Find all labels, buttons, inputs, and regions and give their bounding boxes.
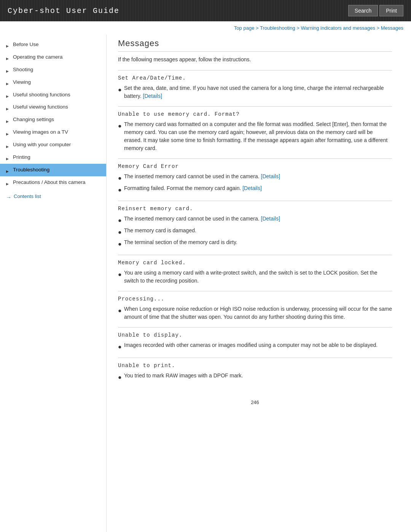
- arrow-icon: [6, 55, 11, 59]
- sidebar-item-useful-viewing[interactable]: Useful viewing functions: [0, 101, 106, 113]
- bullet-text: Formatting failed. Format the memory car…: [124, 184, 392, 192]
- search-button[interactable]: Search: [348, 5, 378, 16]
- section-heading: Memory card locked.: [118, 255, 392, 269]
- breadcrumb-troubleshooting[interactable]: Troubleshooting: [260, 25, 295, 31]
- section-body: ● Images recorded with other cameras or …: [118, 341, 392, 358]
- bullet-text: The inserted memory card cannot be used …: [124, 173, 392, 181]
- sidebar-item-viewing[interactable]: Viewing: [0, 76, 106, 89]
- sidebar-item-printing[interactable]: Printing: [0, 151, 106, 164]
- details-link[interactable]: [Details]: [143, 93, 162, 99]
- header: Cyber-shot User Guide Search Print: [0, 0, 411, 21]
- sidebar-label: Precautions / About this camera: [13, 179, 86, 186]
- bullet-item: ● The inserted memory card cannot be use…: [118, 173, 392, 183]
- arrow-icon: [6, 130, 11, 135]
- section-body: ● The inserted memory card cannot be use…: [118, 173, 392, 201]
- section-unable-print: Unable to print. ● You tried to mark RAW…: [118, 358, 392, 388]
- page-title: Messages: [118, 38, 392, 52]
- sidebar-item-useful-shooting[interactable]: Useful shooting functions: [0, 89, 106, 101]
- sidebar-label: Troubleshooting: [13, 166, 49, 174]
- arrow-icon: [6, 93, 11, 97]
- arrow-icon: [6, 118, 11, 122]
- arrow-icon: [6, 42, 11, 47]
- sidebar-label: Using with your computer: [13, 141, 71, 149]
- sidebar-item-precautions[interactable]: Precautions / About this camera: [0, 176, 106, 189]
- bullet-dot: ●: [118, 174, 124, 183]
- bullet-dot: ●: [118, 85, 124, 94]
- section-processing: Processing... ● When Long exposure noise…: [118, 291, 392, 327]
- bullet-item: ● You are using a memory card with a wri…: [118, 269, 392, 285]
- intro-text: If the following messages appear, follow…: [118, 56, 392, 62]
- bullet-item: ● The terminal section of the memory car…: [118, 238, 392, 249]
- details-link[interactable]: [Details]: [242, 185, 262, 191]
- section-heading: Unable to use memory card. Format?: [118, 106, 392, 120]
- bullet-dot: ●: [118, 185, 124, 195]
- section-unable-format: Unable to use memory card. Format? ● The…: [118, 106, 392, 158]
- bullet-dot: ●: [118, 228, 124, 237]
- contents-list-link[interactable]: Contents list: [0, 190, 106, 202]
- bullet-item: ● You tried to mark RAW images with a DP…: [118, 372, 392, 382]
- section-body: ● The memory card was formatted on a com…: [118, 120, 392, 158]
- bullet-text: The memory card was formatted on a compu…: [124, 120, 392, 152]
- sidebar-item-before-use[interactable]: Before Use: [0, 38, 106, 51]
- bullet-dot: ●: [118, 270, 124, 279]
- sidebar-item-viewing-tv[interactable]: Viewing images on a TV: [0, 126, 106, 139]
- bullet-item: ● The inserted memory card cannot be use…: [118, 215, 392, 225]
- breadcrumb-sep2: >: [296, 25, 301, 31]
- sidebar-item-troubleshooting[interactable]: Troubleshooting: [0, 164, 106, 176]
- page-number: 246: [118, 396, 392, 405]
- details-link[interactable]: [Details]: [261, 173, 280, 179]
- bullet-dot: ●: [118, 216, 124, 225]
- breadcrumb: Top page > Troubleshooting > Warning ind…: [0, 21, 411, 35]
- arrow-icon: [6, 155, 11, 160]
- arrow-icon: [6, 168, 11, 172]
- sidebar: Before Use Operating the camera Shooting…: [0, 35, 107, 532]
- section-heading: Unable to print.: [118, 358, 392, 372]
- sidebar-item-shooting[interactable]: Shooting: [0, 64, 106, 76]
- sidebar-item-changing-settings[interactable]: Changing settings: [0, 113, 106, 126]
- section-locked: Memory card locked. ● You are using a me…: [118, 255, 392, 291]
- bullet-text: The terminal section of the memory card …: [124, 238, 392, 246]
- arrow-icon: [6, 180, 11, 185]
- bullet-item: ● Images recorded with other cameras or …: [118, 341, 392, 351]
- details-link[interactable]: [Details]: [261, 216, 280, 222]
- arrow-icon: [6, 105, 11, 110]
- section-body: ● Set the area, date, and time. If you h…: [118, 84, 392, 106]
- sidebar-label: Useful viewing functions: [13, 104, 68, 111]
- section-body: ● When Long exposure noise reduction or …: [118, 305, 392, 327]
- main-content: Messages If the following messages appea…: [107, 35, 403, 532]
- contents-link-label: Contents list: [14, 193, 41, 199]
- sidebar-label: Operating the camera: [13, 54, 63, 61]
- bullet-item: ● Formatting failed. Format the memory c…: [118, 184, 392, 195]
- bullet-item: ● The memory card is damaged.: [118, 227, 392, 237]
- breadcrumb-sep3: >: [377, 25, 381, 31]
- bullet-dot: ●: [118, 373, 124, 382]
- section-body: ● You tried to mark RAW images with a DP…: [118, 372, 392, 388]
- sidebar-label: Useful shooting functions: [13, 91, 70, 99]
- arrow-icon: [6, 67, 11, 72]
- breadcrumb-top[interactable]: Top page: [234, 25, 255, 31]
- sidebar-label: Printing: [13, 154, 30, 161]
- sidebar-label: Viewing images on a TV: [13, 129, 68, 136]
- section-unable-display: Unable to display. ● Images recorded wit…: [118, 327, 392, 358]
- bullet-text: You tried to mark RAW images with a DPOF…: [124, 372, 392, 380]
- section-body: ● You are using a memory card with a wri…: [118, 269, 392, 291]
- bullet-text: When Long exposure noise reduction or Hi…: [124, 305, 392, 321]
- bullet-text: Images recorded with other cameras or im…: [124, 341, 392, 349]
- sidebar-item-computer[interactable]: Using with your computer: [0, 139, 106, 151]
- section-heading: Unable to display.: [118, 327, 392, 341]
- header-buttons: Search Print: [348, 5, 403, 16]
- section-reinsert: Reinsert memory card. ● The inserted mem…: [118, 201, 392, 255]
- arrow-right-icon: [6, 194, 12, 198]
- sidebar-item-operating[interactable]: Operating the camera: [0, 51, 106, 64]
- breadcrumb-messages[interactable]: Messages: [381, 25, 403, 31]
- bullet-item: ● Set the area, date, and time. If you h…: [118, 84, 392, 100]
- section-heading: Memory Card Error: [118, 158, 392, 173]
- print-button[interactable]: Print: [379, 5, 403, 16]
- bullet-dot: ●: [118, 306, 124, 315]
- section-heading: Reinsert memory card.: [118, 201, 392, 215]
- breadcrumb-warning[interactable]: Warning indicators and messages: [301, 25, 375, 31]
- section-heading: Set Area/Date/Time.: [118, 70, 392, 84]
- bullet-item: ● The memory card was formatted on a com…: [118, 120, 392, 152]
- section-heading: Processing...: [118, 291, 392, 305]
- layout: Before Use Operating the camera Shooting…: [0, 35, 411, 532]
